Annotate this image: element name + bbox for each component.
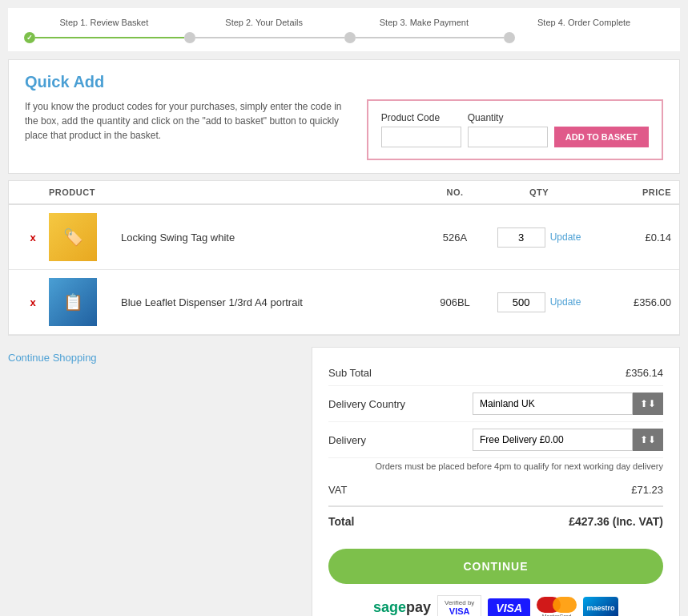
lower-left: Continue Shopping xyxy=(8,344,312,616)
mc-yellow-circle xyxy=(553,597,577,613)
step-2-label: Step 2. Your Details xyxy=(225,18,303,27)
step-1-label: Step 1. Review Basket xyxy=(60,18,149,27)
page-wrapper: Step 1. Review Basket Step 2. Your Detai… xyxy=(0,0,688,616)
verified-text: Verified by xyxy=(445,599,474,606)
mastercard-label: MasterCard xyxy=(542,614,572,617)
header-qty: QTY xyxy=(487,187,591,197)
visa-text: VISA xyxy=(496,602,522,614)
delivery-label: Delivery xyxy=(328,434,366,446)
delivery-note: Orders must be placed before 4pm to qual… xyxy=(328,458,663,477)
delivery-row: Delivery Free Delivery £0.00 ⬆⬇ xyxy=(328,422,663,458)
product-code-field: Product Code xyxy=(381,112,461,147)
quantity-field: Quantity xyxy=(468,112,548,147)
qty-input-1[interactable] xyxy=(497,227,545,248)
verified-visa-logo: Verified by VISA xyxy=(437,595,481,616)
step-2-connector xyxy=(195,37,344,38)
step-2: Step 2. Your Details xyxy=(184,18,344,43)
summary-section: Sub Total £356.14 Delivery Country Mainl… xyxy=(312,347,680,616)
qty-cell-1: Update xyxy=(487,227,591,248)
delivery-select-wrapper: Free Delivery £0.00 ⬆⬇ xyxy=(473,429,663,451)
lower-section: Continue Shopping Sub Total £356.14 Deli… xyxy=(8,344,680,616)
step-1: Step 1. Review Basket xyxy=(24,18,184,43)
sagepay-logo: sage pay xyxy=(373,599,431,616)
total-label: Total xyxy=(328,515,354,528)
vat-value: £71.23 xyxy=(631,484,663,496)
table-row: x 📋 Blue Leaflet Dispenser 1/3rd A4 port… xyxy=(9,270,679,335)
update-link-1[interactable]: Update xyxy=(550,232,581,243)
product-no-1: 526A xyxy=(423,232,487,244)
product-image-1: 🏷️ xyxy=(49,213,97,261)
quick-add-title: Quick Add xyxy=(25,73,663,91)
visa-logo: VISA xyxy=(488,598,530,617)
sub-total-value: £356.14 xyxy=(626,367,663,379)
total-row: Total £427.36 (Inc. VAT) xyxy=(328,505,663,536)
vat-label: VAT xyxy=(328,484,347,496)
mastercard-circles xyxy=(537,597,577,613)
step-3-connector xyxy=(356,37,505,38)
quick-add-section: Quick Add If you know the product codes … xyxy=(8,59,680,174)
verified-visa-text: VISA xyxy=(449,606,470,616)
step-2-dot xyxy=(184,32,195,43)
remove-row-1-button[interactable]: x xyxy=(17,232,49,244)
delivery-country-select-wrapper: Mainland UK ⬆⬇ xyxy=(473,393,663,415)
product-code-input[interactable] xyxy=(381,127,461,147)
continue-button[interactable]: CONTINUE xyxy=(328,549,663,584)
product-no-2: 906BL xyxy=(423,296,487,308)
product-table: PRODUCT NO. QTY PRICE x 🏷️ Locking Swing… xyxy=(8,180,680,336)
table-header: PRODUCT NO. QTY PRICE xyxy=(9,181,679,205)
add-to-basket-button[interactable]: ADD TO BASKET xyxy=(554,127,649,147)
quick-add-form: Product Code Quantity ADD TO BASKET xyxy=(367,99,663,160)
quantity-input[interactable] xyxy=(468,127,548,147)
maestro-text: maestro xyxy=(587,604,615,612)
vat-row: VAT £71.23 xyxy=(328,477,663,502)
step-3-dot xyxy=(344,32,356,43)
delivery-select[interactable]: Free Delivery £0.00 xyxy=(473,429,633,451)
step-1-dot xyxy=(24,32,35,43)
continue-shopping-link[interactable]: Continue Shopping xyxy=(8,352,97,364)
header-price: PRICE xyxy=(591,187,671,197)
step-3-label: Step 3. Make Payment xyxy=(380,18,469,27)
qty-cell-2: Update xyxy=(487,292,591,312)
qty-input-2[interactable] xyxy=(497,292,545,312)
progress-bar: Step 1. Review Basket Step 2. Your Detai… xyxy=(8,8,680,51)
payment-logos: sage pay Verified by VISA VISA xyxy=(328,595,663,616)
product-name-2: Blue Leaflet Dispenser 1/3rd A4 portrait xyxy=(113,296,423,308)
steps-container: Step 1. Review Basket Step 2. Your Detai… xyxy=(24,18,664,51)
sage-text: sage xyxy=(373,599,406,616)
product-image-2: 📋 xyxy=(49,278,97,326)
lower-right: Sub Total £356.14 Delivery Country Mainl… xyxy=(312,344,680,616)
table-row: x 🏷️ Locking Swing Tag white 526A Update… xyxy=(9,205,679,270)
product-price-1: £0.14 xyxy=(591,232,671,244)
product-code-label: Product Code xyxy=(381,112,461,123)
remove-row-2-button[interactable]: x xyxy=(17,296,49,308)
delivery-country-select[interactable]: Mainland UK xyxy=(473,393,633,415)
quantity-label: Quantity xyxy=(468,112,548,123)
quick-add-content: If you know the product codes for your p… xyxy=(25,99,663,160)
maestro-logo: maestro xyxy=(583,597,618,617)
step-1-connector xyxy=(35,37,184,38)
pay-text: pay xyxy=(406,599,431,616)
update-link-2[interactable]: Update xyxy=(550,296,581,308)
header-no: NO. xyxy=(423,187,487,197)
sub-total-row: Sub Total £356.14 xyxy=(328,360,663,386)
step-3: Step 3. Make Payment xyxy=(344,18,505,43)
header-product: PRODUCT xyxy=(49,187,113,197)
delivery-country-arrow[interactable]: ⬆⬇ xyxy=(633,393,663,415)
delivery-country-row: Delivery Country Mainland UK ⬆⬇ xyxy=(328,386,663,422)
step-4-label: Step 4. Order Complete xyxy=(537,18,630,27)
sub-total-label: Sub Total xyxy=(328,367,372,379)
quick-add-description: If you know the product codes for your p… xyxy=(25,99,345,143)
delivery-arrow[interactable]: ⬆⬇ xyxy=(633,429,663,451)
continue-shopping-container: Continue Shopping xyxy=(8,344,312,368)
mastercard-logo: MasterCard xyxy=(537,597,577,617)
product-name-1: Locking Swing Tag white xyxy=(113,232,423,244)
step-4: Step 4. Order Complete xyxy=(504,18,664,43)
step-4-dot xyxy=(504,32,515,43)
total-value: £427.36 (Inc. VAT) xyxy=(569,515,663,528)
delivery-country-label: Delivery Country xyxy=(328,398,405,410)
product-price-2: £356.00 xyxy=(591,296,671,308)
